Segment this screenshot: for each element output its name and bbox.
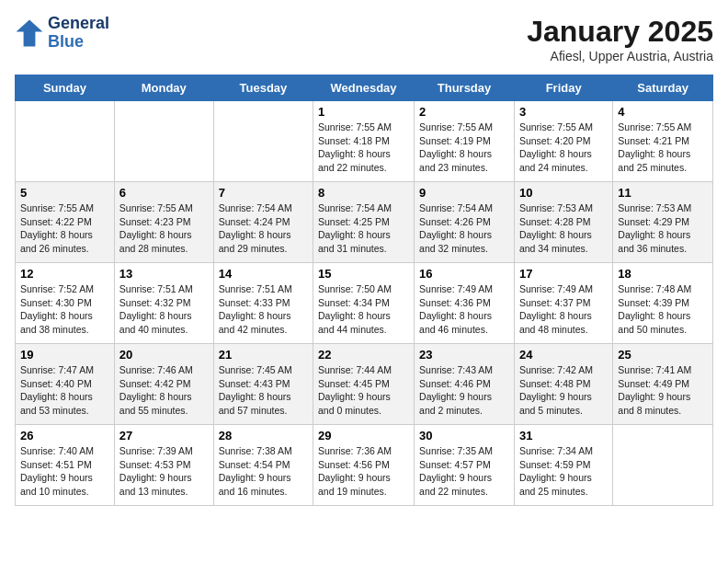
calendar-cell: 3Sunrise: 7:55 AM Sunset: 4:20 PM Daylig… bbox=[514, 101, 612, 182]
calendar-cell: 16Sunrise: 7:49 AM Sunset: 4:36 PM Dayli… bbox=[415, 263, 515, 344]
calendar-cell: 5Sunrise: 7:55 AM Sunset: 4:22 PM Daylig… bbox=[16, 182, 115, 263]
page-header: General Blue January 2025 Afiesl, Upper … bbox=[15, 15, 713, 63]
cell-content: Sunrise: 7:52 AM Sunset: 4:30 PM Dayligh… bbox=[20, 282, 109, 337]
day-number: 27 bbox=[119, 429, 209, 442]
calendar-cell: 24Sunrise: 7:42 AM Sunset: 4:48 PM Dayli… bbox=[514, 344, 612, 425]
cell-content: Sunrise: 7:46 AM Sunset: 4:42 PM Dayligh… bbox=[119, 363, 209, 418]
calendar-cell: 7Sunrise: 7:54 AM Sunset: 4:24 PM Daylig… bbox=[213, 182, 313, 263]
calendar-row-1: 5Sunrise: 7:55 AM Sunset: 4:22 PM Daylig… bbox=[16, 182, 713, 263]
calendar-cell: 23Sunrise: 7:43 AM Sunset: 4:46 PM Dayli… bbox=[415, 344, 515, 425]
calendar-row-0: 1Sunrise: 7:55 AM Sunset: 4:18 PM Daylig… bbox=[16, 101, 713, 182]
day-number: 12 bbox=[20, 267, 109, 281]
day-number: 10 bbox=[519, 186, 608, 200]
cell-content: Sunrise: 7:34 AM Sunset: 4:59 PM Dayligh… bbox=[519, 444, 608, 499]
day-number: 1 bbox=[318, 105, 409, 119]
cell-content: Sunrise: 7:39 AM Sunset: 4:53 PM Dayligh… bbox=[119, 444, 209, 499]
day-number: 4 bbox=[618, 105, 708, 119]
calendar-cell: 22Sunrise: 7:44 AM Sunset: 4:45 PM Dayli… bbox=[313, 344, 415, 425]
calendar-body: 1Sunrise: 7:55 AM Sunset: 4:18 PM Daylig… bbox=[16, 101, 713, 506]
calendar-cell: 1Sunrise: 7:55 AM Sunset: 4:18 PM Daylig… bbox=[313, 101, 415, 182]
day-number: 9 bbox=[419, 186, 509, 200]
cell-content: Sunrise: 7:47 AM Sunset: 4:40 PM Dayligh… bbox=[20, 363, 109, 418]
day-number: 14 bbox=[219, 267, 308, 281]
cell-content: Sunrise: 7:55 AM Sunset: 4:19 PM Dayligh… bbox=[419, 121, 509, 175]
calendar-cell: 10Sunrise: 7:53 AM Sunset: 4:28 PM Dayli… bbox=[514, 182, 612, 263]
cell-content: Sunrise: 7:42 AM Sunset: 4:48 PM Dayligh… bbox=[519, 363, 608, 418]
calendar-cell: 15Sunrise: 7:50 AM Sunset: 4:34 PM Dayli… bbox=[313, 263, 415, 344]
header-cell-thursday: Thursday bbox=[415, 75, 515, 101]
logo-icon bbox=[15, 18, 44, 48]
cell-content: Sunrise: 7:50 AM Sunset: 4:34 PM Dayligh… bbox=[318, 282, 409, 337]
header-cell-sunday: Sunday bbox=[16, 75, 115, 101]
day-number: 24 bbox=[519, 348, 608, 362]
calendar-cell bbox=[613, 425, 713, 506]
cell-content: Sunrise: 7:54 AM Sunset: 4:24 PM Dayligh… bbox=[219, 201, 308, 256]
calendar-cell: 11Sunrise: 7:53 AM Sunset: 4:29 PM Dayli… bbox=[613, 182, 713, 263]
calendar-cell: 27Sunrise: 7:39 AM Sunset: 4:53 PM Dayli… bbox=[114, 425, 213, 506]
cell-content: Sunrise: 7:49 AM Sunset: 4:37 PM Dayligh… bbox=[519, 282, 608, 337]
logo: General Blue bbox=[15, 15, 109, 52]
cell-content: Sunrise: 7:44 AM Sunset: 4:45 PM Dayligh… bbox=[318, 363, 409, 418]
day-number: 26 bbox=[20, 429, 109, 442]
page-subtitle: Afiesl, Upper Austria, Austria bbox=[527, 49, 713, 63]
page-title: January 2025 bbox=[527, 15, 713, 49]
header-row: SundayMondayTuesdayWednesdayThursdayFrid… bbox=[16, 75, 713, 101]
title-block: January 2025 Afiesl, Upper Austria, Aust… bbox=[527, 15, 713, 63]
calendar-row-3: 19Sunrise: 7:47 AM Sunset: 4:40 PM Dayli… bbox=[16, 344, 713, 425]
header-cell-monday: Monday bbox=[114, 75, 213, 101]
day-number: 15 bbox=[318, 267, 409, 281]
day-number: 3 bbox=[519, 105, 608, 119]
day-number: 6 bbox=[119, 186, 209, 200]
day-number: 5 bbox=[20, 186, 109, 200]
day-number: 17 bbox=[519, 267, 608, 281]
calendar-cell: 21Sunrise: 7:45 AM Sunset: 4:43 PM Dayli… bbox=[213, 344, 313, 425]
cell-content: Sunrise: 7:49 AM Sunset: 4:36 PM Dayligh… bbox=[419, 282, 509, 337]
logo-text-blue: Blue bbox=[48, 33, 109, 52]
calendar-cell: 6Sunrise: 7:55 AM Sunset: 4:23 PM Daylig… bbox=[114, 182, 213, 263]
calendar-cell bbox=[213, 101, 313, 182]
cell-content: Sunrise: 7:51 AM Sunset: 4:33 PM Dayligh… bbox=[219, 282, 308, 337]
header-cell-wednesday: Wednesday bbox=[313, 75, 415, 101]
cell-content: Sunrise: 7:53 AM Sunset: 4:29 PM Dayligh… bbox=[618, 201, 708, 256]
calendar-cell: 20Sunrise: 7:46 AM Sunset: 4:42 PM Dayli… bbox=[114, 344, 213, 425]
calendar-row-4: 26Sunrise: 7:40 AM Sunset: 4:51 PM Dayli… bbox=[16, 425, 713, 506]
day-number: 23 bbox=[419, 348, 509, 362]
calendar-cell: 12Sunrise: 7:52 AM Sunset: 4:30 PM Dayli… bbox=[16, 263, 115, 344]
calendar-cell: 8Sunrise: 7:54 AM Sunset: 4:25 PM Daylig… bbox=[313, 182, 415, 263]
logo-text-general: General bbox=[48, 15, 109, 33]
day-number: 7 bbox=[219, 186, 308, 200]
cell-content: Sunrise: 7:35 AM Sunset: 4:57 PM Dayligh… bbox=[419, 444, 509, 499]
cell-content: Sunrise: 7:43 AM Sunset: 4:46 PM Dayligh… bbox=[419, 363, 509, 418]
day-number: 16 bbox=[419, 267, 509, 281]
cell-content: Sunrise: 7:51 AM Sunset: 4:32 PM Dayligh… bbox=[119, 282, 209, 337]
calendar-cell: 26Sunrise: 7:40 AM Sunset: 4:51 PM Dayli… bbox=[16, 425, 115, 506]
cell-content: Sunrise: 7:45 AM Sunset: 4:43 PM Dayligh… bbox=[219, 363, 308, 418]
day-number: 18 bbox=[618, 267, 708, 281]
day-number: 8 bbox=[318, 186, 409, 200]
calendar-cell: 29Sunrise: 7:36 AM Sunset: 4:56 PM Dayli… bbox=[313, 425, 415, 506]
day-number: 29 bbox=[318, 429, 409, 442]
header-cell-tuesday: Tuesday bbox=[213, 75, 313, 101]
calendar-cell: 25Sunrise: 7:41 AM Sunset: 4:49 PM Dayli… bbox=[613, 344, 713, 425]
cell-content: Sunrise: 7:55 AM Sunset: 4:23 PM Dayligh… bbox=[119, 201, 209, 256]
calendar-cell: 2Sunrise: 7:55 AM Sunset: 4:19 PM Daylig… bbox=[415, 101, 515, 182]
calendar-cell: 30Sunrise: 7:35 AM Sunset: 4:57 PM Dayli… bbox=[415, 425, 515, 506]
cell-content: Sunrise: 7:55 AM Sunset: 4:22 PM Dayligh… bbox=[20, 201, 109, 256]
calendar-cell: 9Sunrise: 7:54 AM Sunset: 4:26 PM Daylig… bbox=[415, 182, 515, 263]
svg-marker-0 bbox=[17, 19, 43, 46]
calendar-cell: 14Sunrise: 7:51 AM Sunset: 4:33 PM Dayli… bbox=[213, 263, 313, 344]
cell-content: Sunrise: 7:36 AM Sunset: 4:56 PM Dayligh… bbox=[318, 444, 409, 499]
header-cell-friday: Friday bbox=[514, 75, 612, 101]
cell-content: Sunrise: 7:53 AM Sunset: 4:28 PM Dayligh… bbox=[519, 201, 608, 256]
calendar-cell bbox=[114, 101, 213, 182]
cell-content: Sunrise: 7:54 AM Sunset: 4:25 PM Dayligh… bbox=[318, 201, 409, 256]
day-number: 19 bbox=[20, 348, 109, 362]
day-number: 21 bbox=[219, 348, 308, 362]
day-number: 11 bbox=[618, 186, 708, 200]
calendar-cell: 4Sunrise: 7:55 AM Sunset: 4:21 PM Daylig… bbox=[613, 101, 713, 182]
calendar-table: SundayMondayTuesdayWednesdayThursdayFrid… bbox=[15, 75, 713, 506]
cell-content: Sunrise: 7:55 AM Sunset: 4:21 PM Dayligh… bbox=[618, 121, 708, 175]
cell-content: Sunrise: 7:40 AM Sunset: 4:51 PM Dayligh… bbox=[20, 444, 109, 499]
cell-content: Sunrise: 7:54 AM Sunset: 4:26 PM Dayligh… bbox=[419, 201, 509, 256]
day-number: 31 bbox=[519, 429, 608, 442]
